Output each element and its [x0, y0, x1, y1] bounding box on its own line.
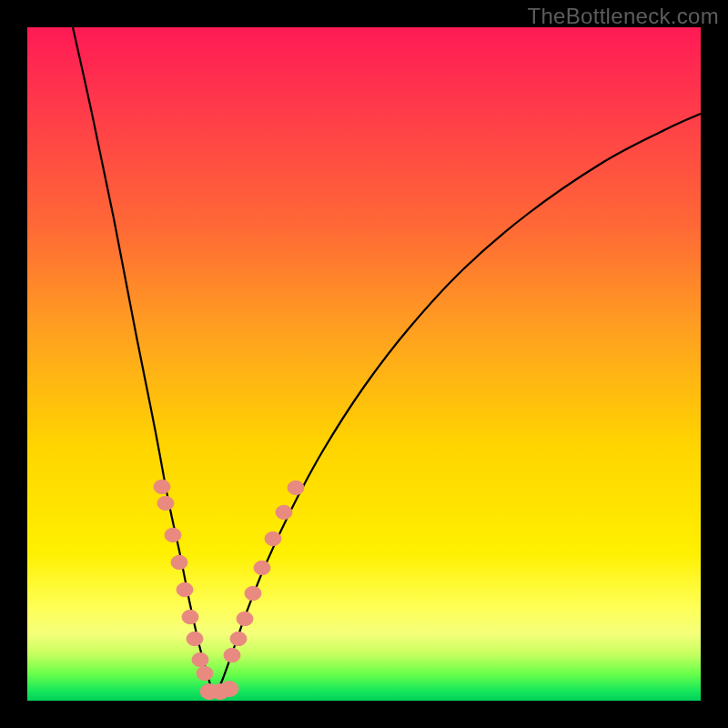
- left-curve: [73, 27, 215, 696]
- dots-left-branch-point: [187, 632, 203, 645]
- dots-right-branch-point: [224, 648, 240, 662]
- trough-blob-point: [220, 682, 238, 697]
- dots-right-branch-point: [265, 531, 281, 545]
- right-curve: [215, 114, 701, 696]
- chart-frame: TheBottleneck.com: [0, 0, 728, 728]
- dots-right-branch-point: [237, 612, 253, 625]
- dots-left-branch-point: [177, 582, 193, 596]
- dots-left-branch-point: [154, 480, 170, 493]
- dots-right-branch-point: [288, 480, 304, 494]
- dots-right-branch-point: [276, 505, 292, 519]
- watermark-text: TheBottleneck.com: [527, 4, 719, 29]
- plot-area: [27, 27, 701, 701]
- dots-left-branch-point: [165, 528, 181, 541]
- dots-left-branch-point: [197, 666, 213, 680]
- dots-right-branch-point: [254, 561, 270, 574]
- dots-left-branch-point: [192, 652, 208, 666]
- dots-left-branch-point: [171, 555, 187, 569]
- dots-right-branch-point: [245, 586, 261, 600]
- dots-left-branch-point: [182, 610, 198, 623]
- dots-right-branch-point: [230, 632, 247, 645]
- chart-overlay: [27, 27, 701, 701]
- dots-left-branch-point: [157, 496, 174, 510]
